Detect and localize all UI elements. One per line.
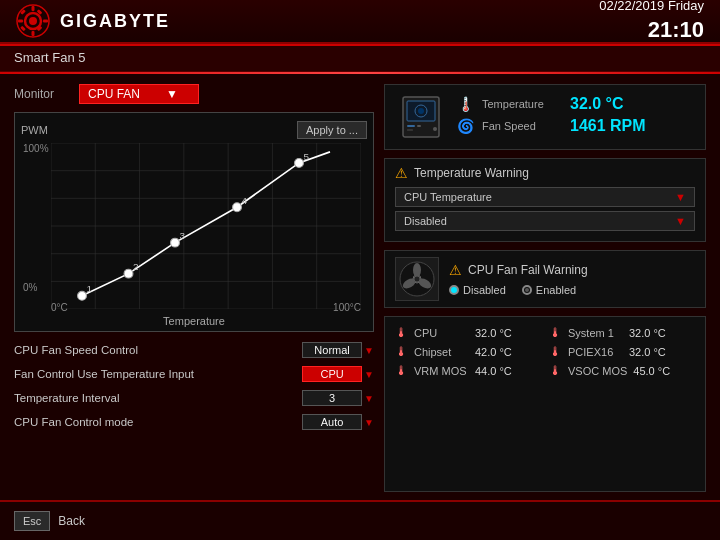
temp-icon-pciex16: 🌡 (549, 344, 562, 359)
x-axis-labels: 0°C 100°C (51, 302, 361, 313)
gear-icon (16, 4, 50, 38)
pc-case-icon (397, 93, 445, 141)
fan-speed-stat-row: 🌀 Fan Speed 1461 RPM (457, 117, 693, 135)
temp-item-chipset: 🌡 Chipset 42.0 °C (395, 344, 541, 359)
sub-bar: Smart Fan 5 (0, 44, 720, 72)
svg-text:1: 1 (86, 283, 92, 294)
date-display: 02/22/2019 Friday (599, 0, 704, 15)
disabled-arrow: ▼ (675, 215, 686, 227)
disabled-label: Disabled (404, 215, 447, 227)
fail-warning-title: CPU Fan Fail Warning (468, 263, 588, 277)
speed-control-value: Normal (302, 342, 362, 358)
svg-point-39 (418, 108, 424, 114)
x-label-max: 100°C (333, 302, 361, 313)
radio-enabled-dot (522, 285, 532, 295)
temp-item-pciex16: 🌡 PCIEX16 32.0 °C (549, 344, 695, 359)
left-panel: Monitor CPU FAN ▼ PWM Apply to ... 100% … (14, 84, 384, 492)
setting-value-temp-input[interactable]: CPU ▼ (302, 366, 374, 382)
svg-point-26 (78, 291, 87, 300)
settings-section: CPU Fan Speed Control Normal ▼ Fan Contr… (14, 340, 374, 432)
apply-to-button[interactable]: Apply to ... (297, 121, 367, 139)
setting-value-speed-control[interactable]: Normal ▼ (302, 342, 374, 358)
monitor-select[interactable]: CPU FAN ▼ (79, 84, 199, 104)
temp-name-system1: System 1 (568, 327, 623, 339)
fan-spin-icon: 🌀 (457, 118, 474, 134)
svg-point-28 (171, 238, 180, 247)
temperature-axis-label: Temperature (21, 315, 367, 327)
temp-val-vsocmos: 45.0 °C (633, 365, 670, 377)
temp-input-value: CPU (302, 366, 362, 382)
chart-area: 100% 0% (51, 143, 361, 313)
speed-control-arrow: ▼ (364, 345, 374, 356)
svg-point-49 (414, 276, 420, 282)
svg-point-27 (124, 269, 133, 278)
monitor-label: Monitor (14, 87, 69, 101)
esc-button[interactable]: Esc (14, 511, 50, 531)
temp-name-vsocmos: VSOC MOS (568, 365, 627, 377)
page-subtitle: Smart Fan 5 (14, 50, 86, 65)
svg-rect-40 (407, 125, 415, 127)
temp-name-cpu: CPU (414, 327, 469, 339)
setting-label-speed-control: CPU Fan Speed Control (14, 344, 138, 356)
main-content: Monitor CPU FAN ▼ PWM Apply to ... 100% … (0, 74, 720, 502)
top-bar: GIGABYTE 02/22/2019 Friday 21:10 (0, 0, 720, 44)
radio-enabled[interactable]: Enabled (522, 284, 576, 296)
x-label-min: 0°C (51, 302, 68, 313)
setting-value-control-mode[interactable]: Auto ▼ (302, 414, 374, 430)
control-mode-arrow: ▼ (364, 417, 374, 428)
svg-rect-4 (32, 31, 35, 36)
temp-val-system1: 32.0 °C (629, 327, 666, 339)
disabled-select[interactable]: Disabled ▼ (395, 211, 695, 231)
svg-text:4: 4 (241, 195, 247, 206)
setting-row-interval: Temperature Interval 3 ▼ (14, 388, 374, 408)
cpu-temp-label: CPU Temperature (404, 191, 492, 203)
temp-item-system1: 🌡 System 1 32.0 °C (549, 325, 695, 340)
fail-warning-content: ⚠ CPU Fan Fail Warning Disabled Enabled (449, 262, 695, 296)
fan-speed-stat-value: 1461 RPM (570, 117, 646, 135)
temperature-stat-value: 32.0 °C (570, 95, 624, 113)
temp-name-pciex16: PCIEX16 (568, 346, 623, 358)
temp-val-pciex16: 32.0 °C (629, 346, 666, 358)
radio-enabled-label: Enabled (536, 284, 576, 296)
stats-card: 🌡️ Temperature 32.0 °C 🌀 Fan Speed 1461 … (384, 84, 706, 150)
temp-grid: 🌡 CPU 32.0 °C 🌡 System 1 32.0 °C 🌡 Chips… (395, 325, 695, 378)
svg-rect-6 (43, 20, 48, 23)
svg-text:3: 3 (179, 230, 185, 241)
radio-row: Disabled Enabled (449, 284, 695, 296)
warning-header: ⚠ Temperature Warning (395, 165, 695, 181)
svg-point-30 (295, 158, 304, 167)
radio-disabled-label: Disabled (463, 284, 506, 296)
cpu-temp-arrow: ▼ (675, 191, 686, 203)
stats-col: 🌡️ Temperature 32.0 °C 🌀 Fan Speed 1461 … (457, 95, 693, 139)
y-label-min: 0% (23, 282, 49, 293)
setting-value-interval[interactable]: 3 ▼ (302, 390, 374, 406)
y-label-max: 100% (23, 143, 49, 154)
right-panel: 🌡️ Temperature 32.0 °C 🌀 Fan Speed 1461 … (384, 84, 706, 492)
radio-disabled[interactable]: Disabled (449, 284, 506, 296)
temp-val-vrmmos: 44.0 °C (475, 365, 512, 377)
temp-item-cpu: 🌡 CPU 32.0 °C (395, 325, 541, 340)
fail-warning-icon: ⚠ (449, 262, 462, 278)
thermometer-icon: 🌡️ (457, 96, 474, 112)
temp-item-vsocmos: 🌡 VSOC MOS 45.0 °C (549, 363, 695, 378)
time-display: 21:10 (599, 15, 704, 46)
temp-input-arrow: ▼ (364, 369, 374, 380)
setting-label-interval: Temperature Interval (14, 392, 119, 404)
svg-point-46 (413, 263, 421, 277)
setting-row-speed-control: CPU Fan Speed Control Normal ▼ (14, 340, 374, 360)
svg-rect-43 (407, 129, 413, 131)
back-label: Back (58, 514, 85, 528)
temp-name-vrmmos: VRM MOS (414, 365, 469, 377)
temperature-stat-label: Temperature (482, 98, 562, 110)
svg-rect-5 (18, 20, 23, 23)
temp-val-cpu: 32.0 °C (475, 327, 512, 339)
fan-curve-chart: PWM Apply to ... 100% 0% (14, 112, 374, 332)
control-mode-value: Auto (302, 414, 362, 430)
bottom-bar: Esc Back (0, 500, 720, 540)
chart-header: PWM Apply to ... (21, 121, 367, 139)
svg-point-29 (233, 203, 242, 212)
svg-rect-3 (32, 6, 35, 11)
cpu-temp-select[interactable]: CPU Temperature ▼ (395, 187, 695, 207)
temp-val-chipset: 42.0 °C (475, 346, 512, 358)
datetime: 02/22/2019 Friday 21:10 (599, 0, 704, 46)
